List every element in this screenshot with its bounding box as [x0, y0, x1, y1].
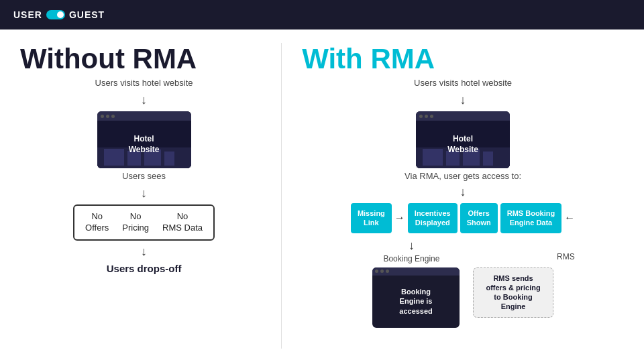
logo: USER GUEST — [13, 9, 105, 20]
arrow-down-2-left: ↓ — [141, 186, 147, 200]
no-offers-item: NoOffers — [85, 211, 109, 234]
no-offers-box: NoOffers NoPricing NoRMS Data — [73, 204, 215, 241]
bottom-mockups-row: BookingEngine isaccessed RMS sendsoffers… — [372, 267, 553, 328]
incentives-box: IncentivesDisplayed — [408, 203, 458, 233]
no-pricing-item: NoPricing — [122, 211, 149, 234]
arrow-right-icon: → — [394, 212, 405, 224]
rms-label: RMS — [515, 237, 617, 263]
browser-bar-right — [416, 111, 510, 121]
browser-dot-2 — [106, 115, 109, 118]
access-text-label: Via RMA, user gets access to: — [405, 171, 521, 181]
with-rma-subtitle: Users visits hotel website — [414, 78, 512, 88]
hotel-website-mockup-right: Hotel Website — [416, 111, 510, 168]
users-dropoff-label: Users drops-off — [107, 263, 182, 274]
offers-shown-box: OffersShown — [460, 203, 498, 233]
browser-dot-3 — [111, 115, 115, 118]
bottom-labels-row: ↓ Booking Engine RMS — [302, 236, 624, 265]
arrow-left-icon: ← — [564, 212, 575, 224]
arrow-down-3-right: ↓ — [309, 239, 515, 253]
header: USER GUEST — [0, 0, 644, 29]
arrow-down-3-left: ↓ — [141, 245, 147, 259]
logo-toggle — [46, 10, 65, 19]
booking-engine-label: ↓ Booking Engine — [309, 237, 515, 263]
be-dot-2 — [380, 269, 384, 273]
be-dot-3 — [386, 269, 389, 273]
browser-dot-r1 — [419, 115, 423, 118]
be-browser-bar — [372, 267, 460, 276]
booking-engine-mockup: BookingEngine isaccessed — [372, 267, 460, 328]
without-rma-subtitle: Users visits hotel website — [95, 78, 193, 88]
hotel-label-right: Hotel Website — [447, 134, 478, 155]
without-rma-title: Without RMA — [20, 43, 197, 75]
users-sees-label: Users sees — [122, 171, 166, 181]
browser-bar-left — [97, 111, 191, 121]
with-rma-title: With RMA — [302, 43, 435, 75]
hotel-content-left: Hotel Website — [97, 121, 191, 168]
teal-items-row: MissingLink → IncentivesDisplayed Offers… — [351, 203, 575, 233]
no-rms-item: NoRMS Data — [162, 211, 203, 234]
logo-text-left: USER — [13, 9, 42, 20]
hotel-content-right: Hotel Website — [416, 121, 510, 168]
logo-toggle-circle — [57, 11, 64, 18]
hotel-label-left: Hotel Website — [129, 134, 160, 155]
be-dot-1 — [375, 269, 378, 273]
missing-link-box: MissingLink — [351, 203, 392, 233]
with-rma-section: With RMA Users visits hotel website ↓ Ho… — [282, 43, 624, 349]
browser-dot-r3 — [430, 115, 433, 118]
main-content: Without RMA Users visits hotel website ↓… — [0, 29, 644, 362]
browser-dot-r2 — [425, 115, 428, 118]
without-rma-section: Without RMA Users visits hotel website ↓… — [20, 43, 282, 349]
rms-sends-label: RMS sendsoffers & pricingto BookingEngin… — [479, 274, 547, 312]
be-label: BookingEngine isaccessed — [399, 287, 433, 316]
arrow-down-1-right: ↓ — [460, 93, 466, 107]
logo-text-right: GUEST — [69, 9, 105, 20]
rms-sends-box: RMS sendsoffers & pricingto BookingEngin… — [473, 267, 553, 318]
rms-engine-box: RMS BookingEngine Data — [500, 203, 562, 233]
browser-dot-1 — [101, 115, 104, 118]
hotel-website-mockup-left: Hotel Website — [97, 111, 191, 168]
arrow-down-1-left: ↓ — [141, 93, 147, 107]
arrow-down-2-right: ↓ — [460, 185, 466, 199]
be-content: BookingEngine isaccessed — [372, 276, 460, 328]
